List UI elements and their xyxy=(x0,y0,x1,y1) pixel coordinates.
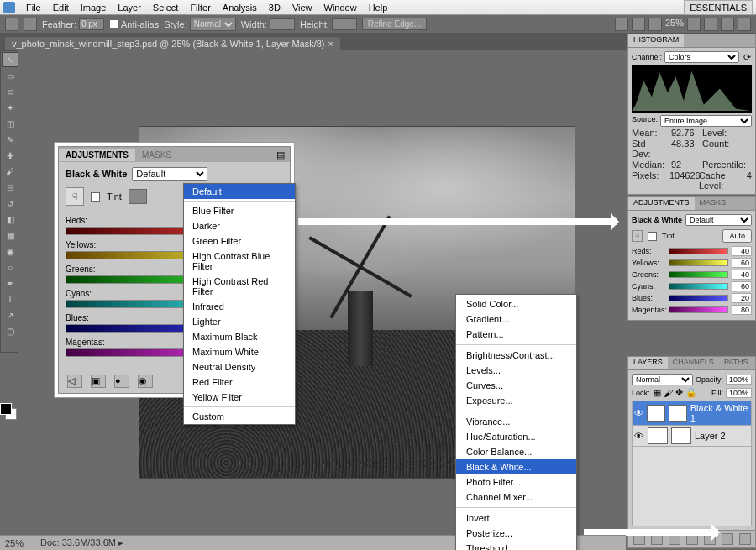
zoom-tool-icon[interactable] xyxy=(704,18,717,31)
channel-select[interactable]: Colors xyxy=(664,51,739,63)
popup-masks-tab[interactable]: MASKS xyxy=(135,149,178,161)
tint-checkbox[interactable] xyxy=(648,232,657,241)
hand-adjust-icon[interactable]: ☟ xyxy=(632,230,643,242)
context-menu-item[interactable]: Brightness/Contrast... xyxy=(456,348,576,363)
refine-edge-button[interactable]: Refine Edge... xyxy=(362,18,427,30)
preset-select[interactable]: Default xyxy=(685,214,752,226)
context-menu-item[interactable]: Pattern... xyxy=(456,327,576,342)
masks-tab[interactable]: MASKS xyxy=(695,197,732,210)
menu-edit[interactable]: Edit xyxy=(47,1,75,14)
color-slider[interactable]: Blues:20 xyxy=(632,293,752,303)
expand-icon[interactable]: ▣ xyxy=(91,375,106,388)
color-slider[interactable]: Reds:40 xyxy=(632,246,752,256)
tool-preset-icon[interactable] xyxy=(5,18,18,31)
context-menu-item[interactable]: Color Balance... xyxy=(456,444,576,459)
gradient-tool[interactable]: ▦ xyxy=(2,228,18,243)
adjustment-layer-menu[interactable]: Solid Color...Gradient...Pattern...Brigh… xyxy=(455,294,577,550)
dropdown-item[interactable]: Blue Filter xyxy=(184,203,295,218)
dropdown-item[interactable]: Lighter xyxy=(184,314,295,329)
stamp-tool[interactable]: ⊟ xyxy=(2,180,18,195)
pen-tool[interactable]: ✒ xyxy=(2,275,18,291)
marquee-mode-icon[interactable] xyxy=(24,18,37,31)
preset-dropdown[interactable]: DefaultBlue FilterDarkerGreen FilterHigh… xyxy=(183,183,296,425)
visibility-eye-icon[interactable]: 👁 xyxy=(634,431,644,441)
lock-position-icon[interactable]: ✥ xyxy=(675,387,683,398)
clip-icon[interactable]: ● xyxy=(114,375,129,388)
channels-tab[interactable]: CHANNELS xyxy=(668,357,719,369)
refresh-icon[interactable]: ⟳ xyxy=(742,52,752,63)
auto-button[interactable]: Auto xyxy=(722,229,752,243)
height-input[interactable] xyxy=(332,18,357,30)
layers-tab[interactable]: LAYERS xyxy=(628,357,668,369)
menu-window[interactable]: Window xyxy=(318,1,363,14)
hand-tool-icon[interactable] xyxy=(687,18,701,31)
popup-tint-checkbox[interactable] xyxy=(91,192,100,202)
antialias-checkbox[interactable] xyxy=(109,19,118,29)
menu-help[interactable]: Help xyxy=(363,1,394,14)
eyedropper-tool[interactable]: ✎ xyxy=(2,132,18,147)
context-menu-item[interactable]: Hue/Saturation... xyxy=(456,429,576,444)
layer-row[interactable]: 👁Layer 2 xyxy=(633,426,751,447)
visibility-icon[interactable]: ◉ xyxy=(138,375,153,388)
heal-tool[interactable]: ✚ xyxy=(2,148,18,163)
popup-menu-icon[interactable]: ▤ xyxy=(271,149,290,160)
screen-mode-icon[interactable] xyxy=(648,18,662,31)
dropdown-item[interactable]: High Contrast Blue Filter xyxy=(184,249,295,274)
context-menu-item[interactable]: Black & White... xyxy=(456,459,576,474)
layer-row[interactable]: 👁Black & White 1 xyxy=(633,401,751,426)
zoom-display[interactable]: 25% xyxy=(665,18,684,31)
blur-tool[interactable]: ◉ xyxy=(2,244,18,259)
context-menu-item[interactable]: Posterize... xyxy=(456,526,576,541)
lock-pixels-icon[interactable]: 🖌 xyxy=(664,388,673,398)
menu-select[interactable]: Select xyxy=(147,1,185,14)
blend-mode-select[interactable]: Normal xyxy=(632,374,693,385)
dropdown-item[interactable]: Darker xyxy=(184,218,295,233)
color-slider[interactable]: Yellows:60 xyxy=(632,258,752,268)
history-brush-tool[interactable]: ↺ xyxy=(2,196,18,211)
move-tool[interactable]: ↖ xyxy=(2,52,18,67)
crop-tool[interactable]: ◫ xyxy=(2,116,18,131)
menu-filter[interactable]: Filter xyxy=(184,1,216,14)
menu-3d[interactable]: 3D xyxy=(263,1,286,14)
eraser-tool[interactable]: ◧ xyxy=(2,212,18,227)
dodge-tool[interactable]: ○ xyxy=(2,259,18,275)
dropdown-item[interactable]: Custom xyxy=(184,409,295,424)
dropdown-item[interactable]: High Contrast Red Filter xyxy=(184,274,295,299)
dropdown-item[interactable]: Red Filter xyxy=(184,375,295,390)
brush-tool[interactable]: 🖌 xyxy=(2,164,18,179)
visibility-eye-icon[interactable]: 👁 xyxy=(634,408,643,418)
wand-tool[interactable]: ✦ xyxy=(2,100,18,115)
context-menu-item[interactable]: Vibrance... xyxy=(456,414,576,429)
return-icon[interactable]: ◁ xyxy=(67,375,82,388)
marquee-tool[interactable]: ▭ xyxy=(2,68,18,83)
opacity-value[interactable]: 100% xyxy=(726,375,752,385)
context-menu-item[interactable]: Photo Filter... xyxy=(456,474,576,490)
menu-image[interactable]: Image xyxy=(75,1,113,14)
lock-all-icon[interactable]: 🔒 xyxy=(685,387,697,398)
source-select[interactable]: Entire Image xyxy=(660,115,752,127)
foreground-color-swatch[interactable] xyxy=(0,403,12,415)
document-tab[interactable]: v_photo_minsk_windmill_step3.psd @ 25% (… xyxy=(5,37,340,50)
paths-tab[interactable]: PATHS xyxy=(719,357,753,369)
histogram-tab[interactable]: HISTOGRAM xyxy=(628,34,684,47)
color-slider[interactable]: Cyans:60 xyxy=(632,281,752,291)
width-input[interactable] xyxy=(270,18,295,30)
lasso-tool[interactable]: ⊂ xyxy=(2,84,18,99)
dropdown-item[interactable]: Yellow Filter xyxy=(184,390,295,405)
dropdown-item[interactable]: Maximum Black xyxy=(184,329,295,344)
popup-preset-select[interactable]: Default xyxy=(132,167,207,181)
arrange-icon[interactable] xyxy=(632,18,645,31)
dropdown-item[interactable]: Infrared xyxy=(184,299,295,314)
path-tool[interactable]: ↗ xyxy=(2,307,18,322)
tint-color-swatch[interactable] xyxy=(129,189,147,204)
color-swatches[interactable] xyxy=(0,403,18,428)
context-menu-item[interactable]: Exposure... xyxy=(456,393,576,408)
style-select[interactable]: Normal xyxy=(190,18,236,31)
launch-bridge-icon[interactable] xyxy=(615,18,628,31)
dropdown-item[interactable]: Default xyxy=(184,184,295,199)
dropdown-item[interactable]: Neutral Density xyxy=(184,359,295,375)
fill-value[interactable]: 100% xyxy=(726,388,752,398)
dropdown-item[interactable]: Maximum White xyxy=(184,344,295,359)
feather-input[interactable] xyxy=(79,18,104,30)
rotate-icon[interactable] xyxy=(721,18,734,31)
